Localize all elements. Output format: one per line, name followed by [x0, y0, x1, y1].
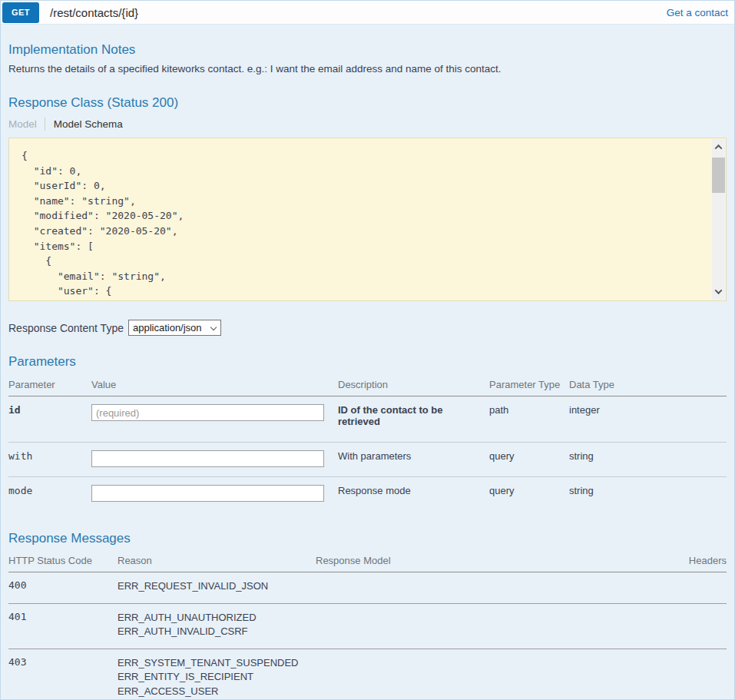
- parameter-with-input[interactable]: [91, 450, 324, 467]
- response-content-type-label: Response Content Type: [8, 322, 124, 334]
- col-headers: Headers: [634, 548, 727, 572]
- parameters-table: Parameter Value Description Parameter Ty…: [8, 372, 727, 511]
- implementation-notes-text: Returns the details of a specified kitew…: [8, 63, 727, 75]
- parameter-name: with: [8, 443, 91, 477]
- operation-body: Implementation Notes Returns the details…: [1, 42, 734, 700]
- scrollbar-thumb[interactable]: [712, 158, 725, 193]
- code-scrollbar[interactable]: [712, 139, 725, 300]
- status-code: 403: [8, 649, 118, 700]
- operation-path-link[interactable]: /rest/contacts/{id}: [50, 6, 667, 19]
- model-schema-code-block: { "id": 0, "userId": 0, "name": "string"…: [8, 138, 727, 301]
- model-schema-json: { "id": 0, "userId": 0, "name": "string"…: [9, 138, 726, 300]
- parameter-data-type: string: [569, 443, 727, 477]
- tab-model[interactable]: Model: [8, 118, 45, 131]
- headers-cell: [634, 572, 727, 604]
- response-model-cell: [316, 603, 634, 649]
- col-value: Value: [91, 372, 338, 396]
- parameter-row: mode Response mode query string: [8, 477, 727, 512]
- response-model-cell: [316, 572, 634, 604]
- col-http-status-code: HTTP Status Code: [8, 548, 118, 572]
- parameter-data-type: string: [569, 477, 727, 512]
- parameter-row: with With parameters query string: [8, 443, 727, 477]
- scroll-down-icon[interactable]: [712, 285, 725, 298]
- status-code: 401: [8, 603, 118, 649]
- implementation-notes-title: Implementation Notes: [8, 42, 727, 58]
- col-data-type: Data Type: [569, 372, 727, 396]
- parameter-mode-input[interactable]: [91, 485, 324, 502]
- parameter-type: query: [489, 477, 569, 512]
- col-response-model: Response Model: [316, 548, 634, 572]
- parameter-id-input[interactable]: [91, 404, 324, 421]
- response-message-row: 401 ERR_AUTH_UNAUTHORIZED ERR_AUTH_INVAL…: [8, 603, 727, 649]
- response-messages-header-row: HTTP Status Code Reason Response Model H…: [8, 548, 727, 572]
- model-tabs: Model Model Schema: [8, 118, 727, 131]
- operation-summary-link[interactable]: Get a contact: [667, 7, 728, 18]
- operation-header: GET /rest/contacts/{id} Get a contact: [1, 1, 734, 25]
- response-messages-table: HTTP Status Code Reason Response Model H…: [8, 548, 727, 700]
- parameter-row: id ID of the contact to be retrieved pat…: [8, 396, 727, 443]
- headers-cell: [634, 649, 727, 700]
- reason-text: ERR_SYSTEM_TENANT_SUSPENDED ERR_ENTITY_I…: [118, 649, 316, 700]
- tab-model-schema[interactable]: Model Schema: [45, 118, 123, 131]
- response-model-cell: [316, 649, 634, 700]
- parameters-title: Parameters: [8, 354, 727, 370]
- parameter-type: path: [489, 396, 569, 443]
- parameter-type: query: [489, 443, 569, 477]
- api-operation-panel: GET /rest/contacts/{id} Get a contact Im…: [0, 0, 735, 700]
- parameters-header-row: Parameter Value Description Parameter Ty…: [8, 372, 727, 396]
- response-content-type-select[interactable]: application/json: [128, 320, 221, 336]
- response-content-type-select-wrap: application/json: [128, 320, 221, 336]
- parameter-data-type: integer: [569, 396, 727, 443]
- col-description: Description: [338, 372, 489, 396]
- response-content-type-row: Response Content Type application/json: [8, 320, 727, 336]
- parameter-description: With parameters: [338, 443, 489, 477]
- headers-cell: [634, 603, 727, 649]
- parameter-name: id: [8, 396, 91, 443]
- col-parameter-type: Parameter Type: [489, 372, 569, 396]
- response-message-row: 400 ERR_REQUEST_INVALID_JSON: [8, 572, 727, 604]
- parameter-description: Response mode: [338, 477, 489, 512]
- response-messages-title: Response Messages: [8, 531, 727, 546]
- status-code: 400: [8, 572, 118, 604]
- response-class-title: Response Class (Status 200): [8, 95, 727, 111]
- parameter-description: ID of the contact to be retrieved: [338, 396, 489, 443]
- col-parameter: Parameter: [8, 372, 91, 396]
- response-message-row: 403 ERR_SYSTEM_TENANT_SUSPENDED ERR_ENTI…: [8, 649, 727, 700]
- parameter-name: mode: [8, 477, 91, 512]
- http-method-badge[interactable]: GET: [2, 2, 39, 23]
- reason-text: ERR_REQUEST_INVALID_JSON: [118, 572, 316, 604]
- scroll-up-icon[interactable]: [712, 141, 725, 154]
- reason-text: ERR_AUTH_UNAUTHORIZED ERR_AUTH_INVALID_C…: [118, 603, 316, 649]
- col-reason: Reason: [118, 548, 316, 572]
